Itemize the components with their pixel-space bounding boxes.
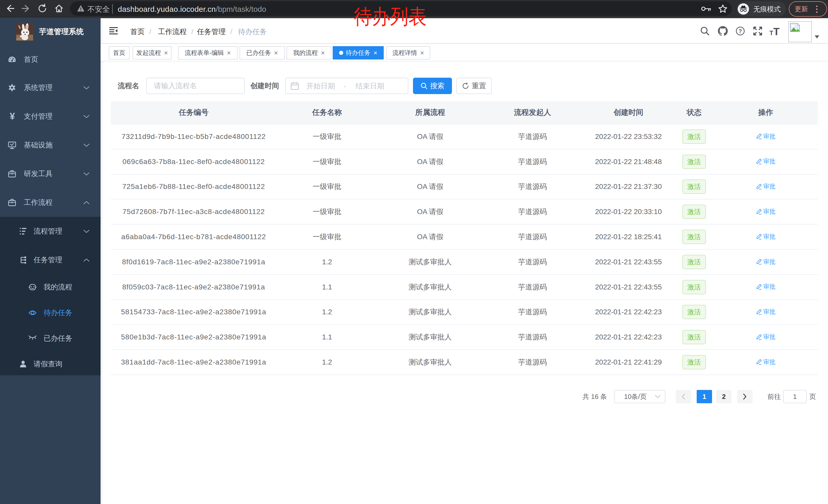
svg-text:?: ?	[739, 28, 742, 34]
